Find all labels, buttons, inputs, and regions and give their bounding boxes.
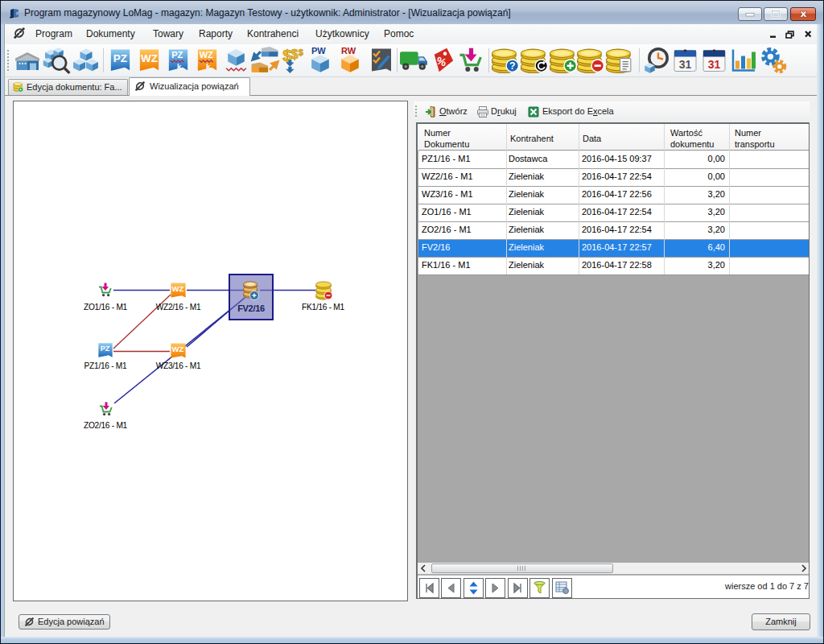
svg-text:k: k	[206, 62, 211, 71]
svg-text:31: 31	[679, 58, 692, 71]
svg-text:WZ: WZ	[200, 50, 213, 60]
svg-text:$: $	[299, 47, 304, 57]
svg-text:WZ3/16 - M1: WZ3/16 - M1	[156, 361, 201, 370]
svg-text:PZ: PZ	[113, 52, 127, 64]
svg-text:$: $	[290, 47, 298, 61]
svg-text:FK1/16 - M1: FK1/16 - M1	[302, 303, 344, 312]
svg-text:PW: PW	[311, 46, 326, 56]
svg-text:FV2/16: FV2/16	[237, 303, 265, 313]
svg-text:PZ: PZ	[171, 50, 183, 60]
svg-text:PZ1/16 - M1: PZ1/16 - M1	[84, 361, 127, 370]
svg-text:RW: RW	[341, 46, 356, 56]
svg-text:31: 31	[708, 58, 721, 71]
svg-text:WZ2/16 - M1: WZ2/16 - M1	[156, 303, 201, 312]
svg-text:ZO1/16 - M1: ZO1/16 - M1	[84, 303, 128, 312]
svg-text:ZO2/16 - M1: ZO2/16 - M1	[84, 421, 128, 430]
svg-text:WZ: WZ	[141, 52, 158, 64]
svg-text:?: ?	[509, 60, 516, 72]
svg-text:k: k	[177, 62, 182, 71]
